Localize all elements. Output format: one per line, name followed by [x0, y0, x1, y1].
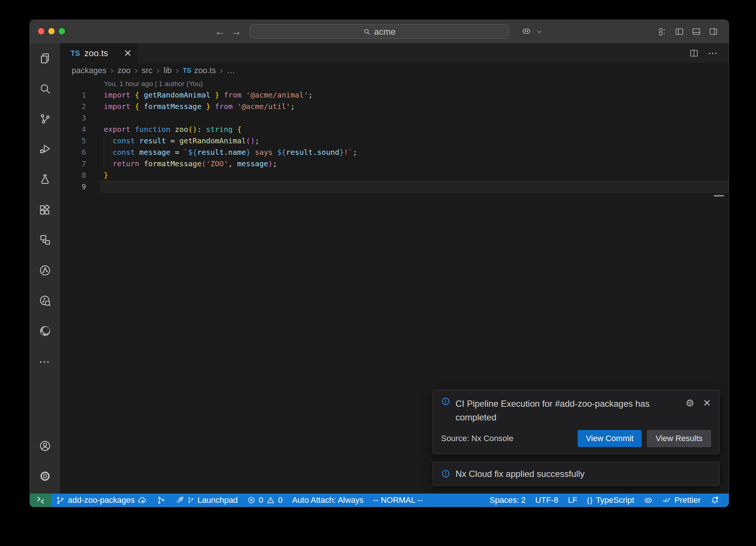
status-indentation[interactable]: Spaces: 2: [485, 494, 530, 507]
code-line-2: 2import { formatMessage } from '@acme/ut…: [60, 101, 729, 112]
view-results-button[interactable]: View Results: [647, 430, 711, 447]
source-control-icon: [39, 113, 51, 125]
customize-layout-icon[interactable]: [659, 28, 667, 36]
breadcrumb-item-lib[interactable]: lib: [164, 66, 172, 75]
nx-cloud-icon: [39, 294, 51, 307]
code-line-4: 4export function zoo(): string {: [60, 124, 729, 135]
ci-pipeline-toast: CI Pipeline Execution for #add-zoo-packa…: [433, 390, 719, 454]
bell-dot-icon: [710, 496, 719, 505]
chevron-right-icon: ›: [220, 65, 223, 76]
breadcrumb-item-zoo[interactable]: zoo: [117, 66, 130, 75]
close-window-button[interactable]: [38, 28, 44, 34]
breadcrumb-item-zoo-ts[interactable]: TSzoo.ts: [183, 66, 216, 75]
status-git-graph[interactable]: [152, 494, 171, 507]
current-line-highlight: [100, 181, 729, 192]
rocket-icon: [175, 496, 184, 505]
status-gitlens-launchpad[interactable]: Launchpad: [171, 494, 243, 507]
nx-console-icon: [39, 264, 51, 277]
typescript-file-icon: TS: [183, 67, 191, 75]
gear-icon: [39, 470, 51, 482]
navigate-forward-button[interactable]: →: [230, 20, 243, 43]
branch-icon: [56, 496, 65, 505]
notification-center: CI Pipeline Execution for #add-zoo-packa…: [433, 390, 719, 486]
status-git-branch[interactable]: add-zoo-packages: [51, 494, 152, 507]
activity-item-accounts[interactable]: [30, 431, 60, 461]
activity-item-nx-cloud[interactable]: [30, 286, 60, 316]
gear-icon[interactable]: [685, 398, 695, 408]
activity-item-search[interactable]: [30, 74, 60, 104]
status-bar: add-zoo-packagesLaunchpad00Auto Attach: …: [30, 494, 729, 507]
toggle-sidebar-left-icon[interactable]: [675, 27, 684, 36]
search-icon: [363, 28, 371, 36]
status-remote-indicator[interactable]: [30, 494, 51, 507]
chevron-right-icon: ›: [110, 65, 113, 76]
toggle-sidebar-right-icon[interactable]: [709, 27, 718, 36]
activity-item-remote-explorer[interactable]: [30, 225, 60, 255]
breadcrumb-item-packages[interactable]: packages: [72, 66, 106, 75]
activity-item-settings[interactable]: [30, 461, 60, 491]
status-vim-mode[interactable]: -- NORMAL --: [368, 494, 428, 507]
account-icon: [39, 440, 51, 452]
activity-item-more-views[interactable]: ⋯: [30, 346, 60, 376]
zoom-window-button[interactable]: [59, 28, 65, 34]
editor-actions: ⋯: [690, 43, 718, 63]
activity-item-edge-tools[interactable]: [30, 316, 60, 346]
chevron-down-icon[interactable]: [536, 29, 542, 35]
status-copilot-status[interactable]: [639, 494, 657, 507]
activity-item-extensions[interactable]: [30, 195, 60, 225]
tab-zoo-ts[interactable]: TS zoo.ts ✕: [60, 43, 138, 63]
status-text: LF: [568, 495, 577, 505]
run-debug-icon: [39, 143, 51, 156]
activity-item-run-debug[interactable]: [30, 134, 60, 164]
status-eol[interactable]: LF: [563, 494, 582, 507]
double-check-icon: [662, 496, 671, 505]
extensions-icon: [39, 204, 51, 216]
status-notifications-bell[interactable]: [705, 494, 724, 507]
close-icon[interactable]: ✕: [703, 398, 711, 408]
activity-item-explorer[interactable]: [30, 43, 60, 74]
code-line-5: 5 const result = getRandomAnimal();: [60, 135, 729, 147]
info-icon: [441, 469, 450, 478]
status-text: Prettier: [674, 495, 701, 505]
code-lines: 1import { getRandomAnimal } from '@acme/…: [60, 89, 729, 192]
code-line-7: 7 return formatMessage('ZOO', message);: [60, 158, 729, 170]
minimize-window-button[interactable]: [48, 28, 55, 34]
status-language-mode[interactable]: { }TypeScript: [582, 494, 639, 507]
copilot-icon[interactable]: [522, 26, 531, 36]
command-center-text: acme: [374, 27, 396, 37]
status-encoding[interactable]: UTF-8: [530, 494, 563, 507]
activity-item-testing[interactable]: [30, 164, 60, 195]
toggle-panel-icon[interactable]: [692, 27, 701, 36]
files-icon: [39, 52, 51, 65]
status-text: 0: [278, 495, 282, 505]
status-text: Launchpad: [197, 495, 238, 505]
view-commit-button[interactable]: View Commit: [578, 430, 642, 447]
branch-small-icon: [188, 497, 194, 504]
status-text: Auto Attach: Always: [292, 495, 363, 505]
navigate-back-button[interactable]: ←: [213, 20, 226, 43]
layout-controls: [659, 20, 718, 43]
command-center-search[interactable]: acme: [250, 24, 509, 39]
status-auto-attach[interactable]: Auto Attach: Always: [287, 494, 368, 507]
close-icon[interactable]: ✕: [124, 48, 132, 58]
more-actions-icon[interactable]: ⋯: [708, 48, 718, 59]
code-line-1: 1import { getRandomAnimal } from '@acme/…: [60, 89, 729, 101]
overview-ruler-mark: [714, 195, 724, 197]
breadcrumb-item-src[interactable]: src: [142, 66, 152, 75]
activity-item-nx-console[interactable]: [30, 255, 60, 286]
search-icon: [39, 82, 51, 95]
activity-item-source-control[interactable]: [30, 104, 60, 134]
status-problems[interactable]: 00: [243, 494, 288, 507]
status-bar-right: Spaces: 2UTF-8LF{ }TypeScriptPrettier: [485, 494, 729, 507]
title-bar: ← → acme: [30, 20, 729, 43]
status-text: TypeScript: [596, 495, 634, 505]
breadcrumb-item--[interactable]: …: [227, 66, 235, 75]
status-formatter-prettier[interactable]: Prettier: [657, 494, 705, 507]
edge-browser-icon: [39, 325, 51, 337]
notification-message: CI Pipeline Execution for #add-zoo-packa…: [456, 397, 680, 424]
split-editor-icon[interactable]: [690, 49, 698, 58]
git-graph-icon: [157, 496, 166, 505]
activity-bar-bottom: [30, 431, 60, 494]
chevron-right-icon: ›: [135, 65, 138, 76]
cloud-upload-icon: [138, 496, 147, 505]
